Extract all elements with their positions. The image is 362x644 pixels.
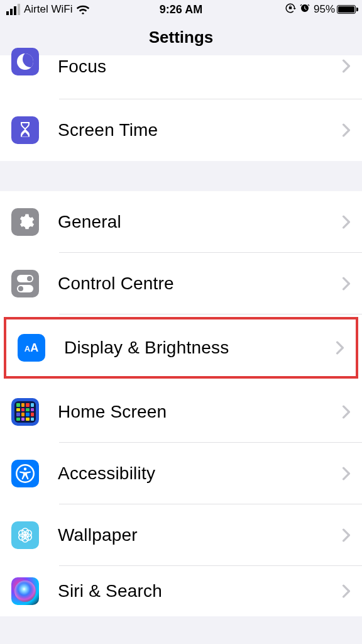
battery-percent: 95% xyxy=(314,3,335,16)
row-label: Wallpaper xyxy=(58,525,342,545)
row-label: Screen Time xyxy=(58,120,342,140)
row-label: Accessibility xyxy=(58,464,342,484)
chevron-right-icon xyxy=(342,405,351,419)
control-centre-icon xyxy=(11,270,39,297)
wifi-icon xyxy=(76,4,90,14)
carrier-label: Airtel WiFi xyxy=(24,3,72,16)
row-label: General xyxy=(58,212,342,232)
highlight-box: AA Display & Brightness xyxy=(4,317,358,379)
chevron-right-icon xyxy=(342,277,351,291)
chevron-right-icon xyxy=(342,123,351,137)
battery-indicator: 95% xyxy=(314,3,356,16)
general-icon xyxy=(11,208,39,236)
accessibility-icon xyxy=(11,460,39,487)
battery-icon xyxy=(337,5,356,14)
siri-icon xyxy=(11,577,39,605)
settings-row-home-screen[interactable]: Home Screen xyxy=(0,381,362,443)
settings-row-focus[interactable]: Focus xyxy=(0,55,362,99)
wallpaper-icon xyxy=(11,521,39,549)
alarm-icon xyxy=(299,3,310,17)
settings-row-wallpaper[interactable]: Wallpaper xyxy=(0,504,362,566)
home-screen-icon xyxy=(11,398,39,426)
chevron-right-icon xyxy=(342,215,351,229)
status-bar: Airtel WiFi 9:26 AM 95% xyxy=(0,0,362,19)
focus-icon xyxy=(11,48,39,75)
settings-row-siri-search[interactable]: Siri & Search xyxy=(0,566,362,616)
chevron-right-icon xyxy=(342,59,351,73)
chevron-right-icon xyxy=(342,528,351,542)
row-label: Focus xyxy=(58,57,342,77)
chevron-right-icon xyxy=(342,467,351,480)
settings-section-1: Focus Screen Time xyxy=(0,55,362,161)
chevron-right-icon xyxy=(342,584,351,598)
settings-section-2: General Control Centre AA Display & Brig… xyxy=(0,191,362,616)
display-brightness-icon: AA xyxy=(18,334,45,362)
settings-row-screen-time[interactable]: Screen Time xyxy=(0,99,362,161)
screen-time-icon xyxy=(11,116,39,144)
status-left: Airtel WiFi xyxy=(6,3,90,16)
row-label: Home Screen xyxy=(58,402,342,422)
svg-point-1 xyxy=(24,468,27,471)
settings-row-display-brightness[interactable]: AA Display & Brightness xyxy=(6,319,356,376)
row-label: Control Centre xyxy=(58,274,342,294)
orientation-lock-icon xyxy=(285,3,296,17)
status-right: 95% xyxy=(285,3,356,17)
section-gap xyxy=(0,161,362,191)
status-time: 9:26 AM xyxy=(160,3,202,16)
settings-row-accessibility[interactable]: Accessibility xyxy=(0,443,362,504)
row-label: Display & Brightness xyxy=(64,338,336,358)
settings-row-control-centre[interactable]: Control Centre xyxy=(0,253,362,314)
row-label: Siri & Search xyxy=(58,581,342,601)
chevron-right-icon xyxy=(336,341,344,355)
page-title: Settings xyxy=(0,19,362,55)
cellular-signal-icon xyxy=(6,4,20,15)
settings-row-general[interactable]: General xyxy=(0,191,362,253)
